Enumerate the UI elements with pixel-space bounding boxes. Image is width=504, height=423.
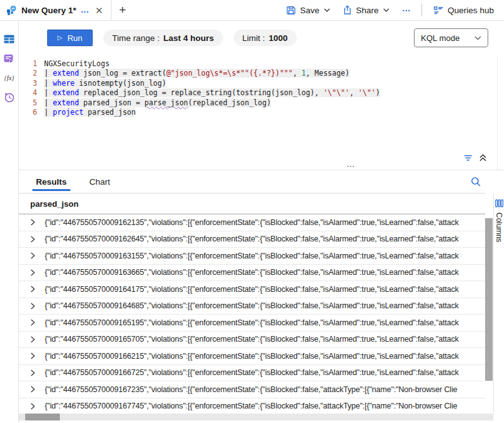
more-actions-button[interactable]: ⋯ [398,3,415,18]
tab-more-icon[interactable]: ⋯ [81,5,89,16]
save-label: Save [300,6,319,15]
table-row[interactable]: {"id":"4467550570009165705","violations"… [19,332,485,349]
tab-chart[interactable]: Chart [88,172,112,191]
code-line[interactable]: 3| where isnotempty(json_log) [19,78,491,88]
column-header-parsed-json[interactable]: parsed_json [19,193,485,214]
run-button[interactable]: ▷ Run [47,30,93,46]
table-row[interactable]: {"id":"4467550570009165195","violations"… [19,315,485,332]
search-icon[interactable] [471,177,481,187]
panel-splitter-handle[interactable]: ⋯ [346,161,355,171]
horizontal-scrollbar[interactable] [19,414,493,420]
horizontal-scrollbar-thumb[interactable] [25,414,60,420]
table-row[interactable]: {"id":"4467550570009163665","violations"… [19,265,485,282]
functions-icon[interactable]: {fx} [4,74,14,81]
table-row[interactable]: {"id":"4467550570009164175","violations"… [19,281,485,298]
new-tab-button[interactable]: + [112,0,134,20]
code-text: | extend json_log = extract(@"json_log\s… [44,69,350,78]
table-row[interactable]: {"id":"4467550570009162135","violations"… [19,214,485,231]
code-text: | project parsed_json [44,108,135,117]
query-editor[interactable]: 1NGXSecurityLogs2| extend json_log = ext… [19,55,498,170]
code-line[interactable]: 5| extend parsed_json = parse_json(repla… [19,98,491,108]
expand-row-chevron-icon[interactable] [30,252,35,259]
queries-hub-button[interactable]: Queries hub [430,3,498,18]
expand-row-chevron-icon[interactable] [30,236,35,243]
code-line[interactable]: 4| extend replaced_json_log = replace_st… [19,88,491,98]
table-row[interactable]: {"id":"4467550570009166725","violations"… [19,365,485,382]
table-row[interactable]: {"id":"4467550570009162645","violations"… [19,231,485,248]
expand-row-chevron-icon[interactable] [30,386,35,393]
limit-label: Limit : [243,33,265,43]
share-label: Share [356,6,379,15]
view-settings-icon[interactable] [464,154,474,162]
row-json-text: {"id":"4467550570009167235","violations"… [45,385,485,394]
line-number: 1 [19,59,44,68]
code-line[interactable]: 2| extend json_log = extract(@"json_log\… [19,69,491,79]
left-rail: {fx} [0,21,19,423]
time-range-value: Last 4 hours [163,33,214,43]
table-row[interactable]: {"id":"4467550570009167745","violations"… [19,398,485,414]
limit-picker[interactable]: Limit : 1000 [234,30,297,46]
expand-row-chevron-icon[interactable] [30,336,35,343]
limit-value: 1000 [269,33,288,43]
time-range-label: Time range : [112,33,159,43]
line-number: 3 [19,79,44,88]
queries-hub-icon [433,6,444,14]
kql-mode-value: KQL mode [421,33,460,43]
code-line[interactable]: 6| project parsed_json [19,108,491,118]
grid-table: parsed_json {"id":"4467550570009162135",… [19,193,485,414]
results-panel: Results Chart parsed_json {"id":"4467550… [19,170,504,423]
code-lines: 1NGXSecurityLogs2| extend json_log = ext… [19,59,491,117]
code-text: | where isnotempty(json_log) [44,79,166,88]
share-icon [343,5,352,15]
row-json-text: {"id":"4467550570009166725","violations"… [45,368,485,377]
row-json-text: {"id":"4467550570009164175","violations"… [45,285,485,294]
expand-row-chevron-icon[interactable] [30,319,35,326]
chevron-down-icon [383,8,389,12]
table-row[interactable]: {"id":"4467550570009163155","violations"… [19,248,485,265]
columns-panel-toggle[interactable]: Columns [493,193,504,414]
row-json-text: {"id":"4467550570009165705","violations"… [45,335,485,344]
expand-row-chevron-icon[interactable] [30,269,35,276]
editor-corner-actions [464,154,487,162]
expand-row-chevron-icon[interactable] [30,303,35,310]
tab-bar: New Query 1* ⋯ ✕ + Save [0,0,504,21]
tab-title: New Query 1* [21,6,76,15]
expand-row-chevron-icon[interactable] [30,219,35,226]
time-range-picker[interactable]: Time range : Last 4 hours [103,30,223,46]
materialized-view-icon[interactable] [4,54,14,64]
save-button[interactable]: Save [282,3,334,18]
share-button[interactable]: Share [339,3,393,18]
table-row[interactable]: {"id":"4467550570009164685","violations"… [19,298,485,315]
tab-close-icon[interactable]: ✕ [94,4,105,16]
expand-row-chevron-icon[interactable] [30,352,35,359]
grid-rows: {"id":"4467550570009162135","violations"… [19,214,485,414]
content-area: ▷ Run Time range : Last 4 hours Limit : … [19,21,504,423]
tab-results[interactable]: Results [35,172,68,191]
run-label: Run [67,33,83,43]
expand-row-chevron-icon[interactable] [30,286,35,293]
columns-icon [495,199,503,207]
save-icon [286,5,296,15]
query-history-icon[interactable] [4,92,14,103]
vertical-scrollbar-thumb[interactable] [485,218,493,381]
table-row[interactable]: {"id":"4467550570009167235","violations"… [19,381,485,398]
main-area: {fx} ▷ Run Time range : Last 4 hours Lim… [0,21,504,423]
vertical-scrollbar[interactable] [485,193,493,414]
bottom-padding [19,420,504,423]
tables-icon[interactable] [4,35,14,43]
row-json-text: {"id":"4467550570009163155","violations"… [45,252,485,260]
kql-mode-dropdown[interactable]: KQL mode [414,28,488,47]
expand-row-chevron-icon[interactable] [30,369,35,376]
collapse-editor-icon[interactable] [479,154,487,162]
chevron-down-icon [324,8,330,12]
expand-row-chevron-icon[interactable] [30,403,35,410]
table-row[interactable]: {"id":"4467550570009166215","violations"… [19,348,485,365]
query-tab[interactable]: New Query 1* ⋯ ✕ [0,0,112,20]
queries-hub-label: Queries hub [447,6,494,15]
line-number: 5 [19,98,44,107]
chevron-down-icon [474,36,481,40]
code-line[interactable]: 1NGXSecurityLogs [19,59,491,69]
row-json-text: {"id":"4467550570009163665","violations"… [45,268,485,277]
play-icon: ▷ [57,35,62,41]
row-json-text: {"id":"4467550570009164685","violations"… [45,301,485,310]
